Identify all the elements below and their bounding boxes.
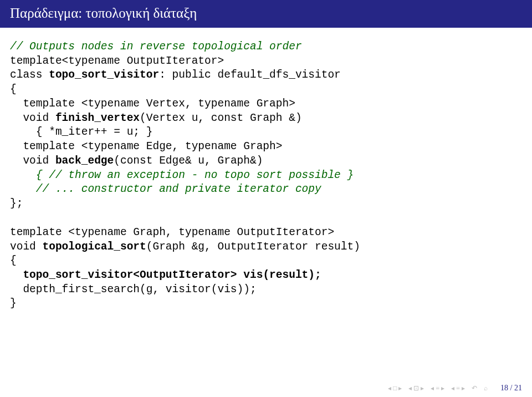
code-line: class topo_sort_visitor: public default_… xyxy=(10,69,341,81)
nav-first-icon[interactable]: ◂ □ ▸ xyxy=(388,384,402,393)
code-line: { xyxy=(10,255,17,267)
code-line: { *m_iter++ = u; } xyxy=(10,126,152,138)
code-line: template <typename Edge, typename Graph> xyxy=(10,140,282,152)
code-line: }; xyxy=(10,197,23,210)
code-line: template<typename OutputIterator> xyxy=(10,55,224,67)
code-line: topo_sort_visitor<OutputIterator> vis(re… xyxy=(10,269,321,281)
nav-section-next-icon[interactable]: ◂ ≡ ▸ xyxy=(451,384,465,393)
code-comment: // Outputs nodes in reverse topological … xyxy=(10,40,302,53)
code-block: // Outputs nodes in reverse topological … xyxy=(10,40,522,311)
nav-search-icon[interactable]: ⌕ xyxy=(484,384,488,393)
code-line: template <typename Graph, typename Outpu… xyxy=(10,226,334,238)
slide: Παράδειγμα: τοπολογική διάταξη // Output… xyxy=(0,0,532,397)
nav-section-prev-icon[interactable]: ◂ ≡ ▸ xyxy=(431,384,444,393)
page-number: 18 / 21 xyxy=(500,384,522,393)
code-line: template <typename Vertex, typename Grap… xyxy=(10,98,295,110)
code-line: void finish_vertex(Vertex u, const Graph… xyxy=(10,112,302,124)
code-line: depth_first_search(g, visitor(vis)); xyxy=(10,283,257,296)
slide-title: Παράδειγμα: τοπολογική διάταξη xyxy=(0,0,532,28)
nav-prev-icon[interactable]: ◂ ⊡ ▸ xyxy=(408,384,424,393)
code-comment: { // throw an exception - no topo sort p… xyxy=(10,169,354,181)
code-line: void back_edge(const Edge& u, Graph&) xyxy=(10,155,263,167)
nav-back-icon[interactable]: ↶ xyxy=(472,384,477,393)
navigation-toolbar: ◂ □ ▸ ◂ ⊡ ▸ ◂ ≡ ▸ ◂ ≡ ▸ ↶ ⌕ xyxy=(388,384,488,393)
code-line: void topological_sort(Graph &g, OutputIt… xyxy=(10,241,360,253)
code-comment: // ... constructor and private iterator … xyxy=(10,183,321,195)
code-line: } xyxy=(10,297,17,309)
slide-content: // Outputs nodes in reverse topological … xyxy=(0,28,532,317)
code-line: { xyxy=(10,83,17,95)
